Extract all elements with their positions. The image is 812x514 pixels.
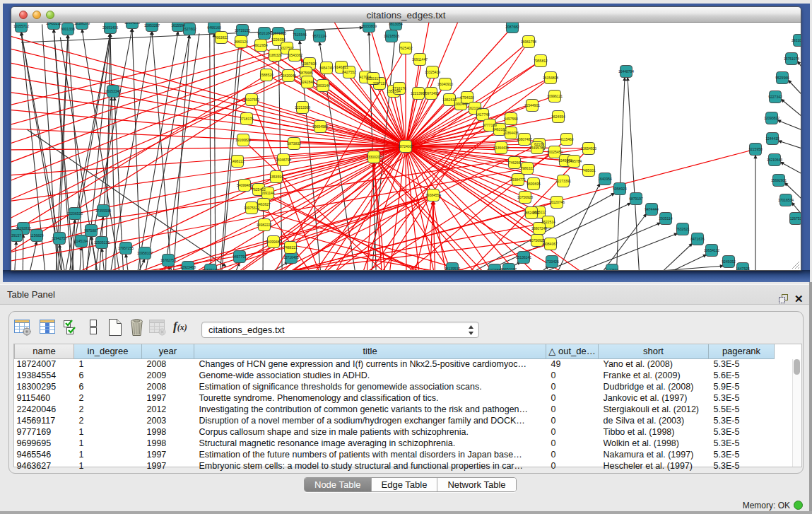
svg-text:9474444: 9474444 (645, 207, 659, 211)
svg-text:8427552: 8427552 (342, 70, 356, 74)
svg-text:2935114: 2935114 (659, 216, 672, 221)
svg-text:1145194: 1145194 (74, 239, 88, 243)
svg-text:16782759: 16782759 (160, 258, 176, 262)
svg-text:21364436: 21364436 (493, 146, 509, 150)
svg-text:94835030: 94835030 (203, 268, 218, 270)
svg-text:9529966: 9529966 (775, 76, 789, 80)
svg-text:1588520: 1588520 (259, 73, 273, 77)
svg-text:13654923: 13654923 (581, 146, 596, 151)
svg-text:18724007: 18724007 (398, 144, 413, 148)
svg-text:3660124: 3660124 (234, 40, 248, 44)
svg-text:8813054: 8813054 (389, 23, 403, 26)
svg-text:1691144: 1691144 (261, 191, 274, 195)
svg-text:8471676: 8471676 (690, 237, 705, 241)
svg-text:3267110: 3267110 (372, 81, 386, 86)
svg-text:126753: 126753 (790, 216, 801, 221)
svg-text:9001338: 9001338 (61, 27, 75, 31)
svg-text:7955812: 7955812 (534, 59, 548, 63)
svg-text:10807487: 10807487 (517, 137, 532, 141)
svg-text:10025453: 10025453 (547, 150, 563, 154)
svg-text:1417748: 1417748 (476, 112, 490, 117)
svg-text:54099489: 54099489 (237, 183, 252, 187)
svg-text:3215958: 3215958 (748, 147, 763, 151)
svg-text:10853287: 10853287 (144, 23, 160, 28)
svg-text:9084067: 9084067 (543, 242, 558, 246)
svg-text:9146821: 9146821 (334, 65, 348, 69)
svg-text:16911447: 16911447 (412, 57, 428, 62)
svg-text:1640954: 1640954 (598, 177, 612, 181)
svg-text:15136141: 15136141 (516, 255, 531, 259)
svg-text:20206535: 20206535 (67, 211, 83, 216)
svg-text:12923468: 12923468 (180, 265, 196, 269)
svg-text:2087682: 2087682 (505, 25, 519, 29)
svg-text:5875685: 5875685 (299, 71, 313, 75)
svg-text:2803144: 2803144 (316, 83, 330, 88)
svg-text:16040910: 16040910 (437, 82, 453, 86)
svg-text:3624554: 3624554 (551, 115, 565, 119)
svg-text:26053346: 26053346 (105, 89, 121, 93)
svg-text:19218506: 19218506 (384, 34, 399, 38)
svg-text:1527602: 1527602 (182, 27, 196, 31)
svg-text:6497568: 6497568 (504, 117, 518, 121)
svg-text:19384554: 19384554 (425, 193, 441, 197)
svg-text:1122691: 1122691 (605, 268, 618, 270)
svg-text:39157: 39157 (11, 233, 21, 238)
svg-text:14192832: 14192832 (16, 226, 31, 230)
svg-text:9816184: 9816184 (257, 31, 271, 35)
svg-text:1733426: 1733426 (545, 259, 559, 264)
svg-text:15495784: 15495784 (529, 146, 545, 150)
svg-text:16154808: 16154808 (543, 76, 558, 80)
svg-text:18524851: 18524851 (524, 211, 539, 215)
svg-text:10543362: 10543362 (287, 53, 302, 57)
svg-text:10975322: 10975322 (244, 206, 259, 210)
svg-text:19654983: 19654983 (312, 124, 328, 129)
svg-text:7632621: 7632621 (676, 227, 690, 231)
svg-text:14982221: 14982221 (257, 223, 272, 227)
svg-text:94139537: 94139537 (445, 267, 460, 270)
svg-text:9975887: 9975887 (84, 228, 98, 233)
svg-text:29310341: 29310341 (792, 38, 801, 42)
svg-text:1990443: 1990443 (454, 102, 468, 106)
svg-text:10958107: 10958107 (137, 251, 153, 255)
svg-text:9242848: 9242848 (300, 80, 314, 84)
svg-text:1621022: 1621022 (468, 106, 482, 110)
svg-text:12055712: 12055712 (13, 24, 29, 28)
svg-text:8186328: 8186328 (268, 53, 282, 57)
svg-text:10719155: 10719155 (235, 28, 250, 33)
svg-text:746266: 746266 (509, 160, 521, 165)
svg-text:23300203: 23300203 (366, 155, 382, 159)
svg-text:2522514: 2522514 (541, 220, 555, 224)
svg-text:7986322: 7986322 (520, 166, 534, 170)
svg-text:9327502: 9327502 (280, 46, 294, 50)
svg-text:20364436: 20364436 (503, 131, 519, 135)
svg-text:12505135: 12505135 (94, 240, 110, 245)
svg-text:16210643: 16210643 (767, 158, 782, 162)
svg-text:19166822: 19166822 (235, 138, 251, 142)
svg-text:9245052: 9245052 (722, 259, 736, 264)
svg-text:10433218: 10433218 (46, 23, 61, 25)
svg-text:9572224: 9572224 (312, 34, 326, 38)
svg-text:7663822: 7663822 (214, 35, 228, 40)
svg-text:9457791: 9457791 (233, 255, 247, 259)
svg-text:10973493: 10973493 (423, 91, 439, 95)
svg-text:7515546: 7515546 (293, 33, 307, 37)
svg-text:2718176: 2718176 (240, 117, 254, 121)
svg-text:12213369: 12213369 (295, 105, 310, 110)
svg-text:2718176: 2718176 (392, 86, 406, 90)
svg-text:10756928: 10756928 (517, 195, 533, 199)
svg-text:1647525: 1647525 (736, 267, 750, 270)
svg-text:12942757: 12942757 (52, 236, 67, 240)
svg-text:15692901: 15692901 (771, 178, 787, 182)
svg-text:54099489: 54099489 (266, 240, 281, 244)
svg-text:10671355: 10671355 (271, 31, 286, 35)
svg-text:20691406: 20691406 (102, 25, 118, 30)
svg-text:17016534: 17016534 (778, 198, 794, 202)
svg-text:1244415: 1244415 (765, 136, 779, 141)
svg-text:5873832: 5873832 (287, 141, 301, 146)
svg-text:5958923: 5958923 (613, 187, 627, 191)
svg-text:10756921: 10756921 (529, 238, 545, 243)
svg-text:23420046: 23420046 (281, 74, 296, 78)
svg-text:10654112: 10654112 (704, 248, 719, 252)
svg-text:6794028: 6794028 (460, 95, 474, 100)
svg-text:12654235: 12654235 (124, 23, 140, 25)
